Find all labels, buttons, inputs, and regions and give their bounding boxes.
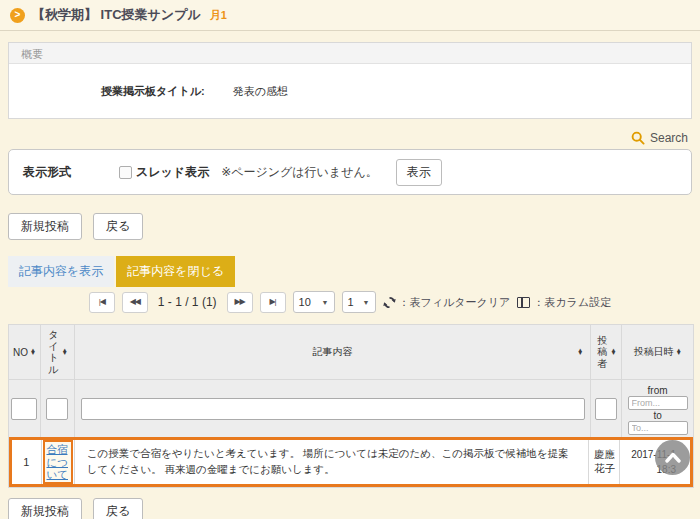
- articles-table: NO ▲▼ タイトル ▲▼ 記事内容 ▲▼ 投稿者 ▲▼ 投稿日時 ▲▼ fro…: [8, 324, 694, 488]
- sort-icon[interactable]: ▲▼: [62, 349, 68, 356]
- chevron-up-icon: [665, 452, 681, 463]
- new-post-button-bottom[interactable]: 新規投稿: [8, 498, 82, 519]
- prev-page-button[interactable]: ◀◀: [122, 292, 148, 313]
- board-title-value: 発表の感想: [233, 84, 288, 99]
- breadcrumb: > 【秋学期】 ITC授業サンプル 月1: [0, 0, 700, 31]
- page-number-select[interactable]: 1▼: [342, 291, 376, 313]
- column-settings-label: ：表カラム設定: [533, 295, 611, 310]
- search-link[interactable]: Search: [0, 130, 688, 146]
- thread-display-checkbox[interactable]: [119, 166, 132, 179]
- first-page-button[interactable]: |◀: [89, 292, 115, 313]
- sort-icon[interactable]: ▲▼: [30, 349, 36, 356]
- row-no: 1: [12, 440, 42, 484]
- overview-panel: 概要 授業掲示板タイトル: 発表の感想: [8, 42, 692, 119]
- sort-icon[interactable]: ▲▼: [577, 349, 583, 356]
- page-title: 【秋学期】 ITC授業サンプル: [32, 6, 201, 24]
- table-header-row: NO ▲▼ タイトル ▲▼ 記事内容 ▲▼ 投稿者 ▲▼ 投稿日時 ▲▼: [9, 325, 693, 379]
- page-size-select[interactable]: 10▼: [293, 291, 335, 313]
- col-header-no[interactable]: NO ▲▼: [9, 325, 41, 379]
- tab-hide-article-content[interactable]: 記事内容を閉じる: [116, 256, 235, 287]
- filter-clear-label: ：表フィルタークリア: [399, 295, 511, 310]
- scroll-to-top-button[interactable]: [655, 440, 690, 475]
- col-header-author[interactable]: 投稿者 ▲▼: [591, 325, 622, 379]
- display-format-box: 表示形式 スレッド表示 ※ページングは行いません。 表示: [8, 149, 692, 195]
- col-header-content[interactable]: 記事内容 ▲▼: [75, 325, 591, 379]
- sort-icon[interactable]: ▲▼: [676, 349, 682, 356]
- board-title-label: 授業掲示板タイトル:: [101, 84, 205, 99]
- filter-title-input[interactable]: [46, 398, 68, 420]
- filter-date-to-input[interactable]: [628, 421, 688, 435]
- table-filter-row: from to: [9, 379, 693, 437]
- refresh-icon: [383, 296, 396, 309]
- back-button-top[interactable]: 戻る: [93, 213, 143, 240]
- chevron-right-icon: >: [10, 8, 25, 23]
- paging-note: ※ページングは行いません。: [221, 164, 378, 181]
- back-button-bottom[interactable]: 戻る: [93, 498, 143, 519]
- tab-show-article-content[interactable]: 記事内容を表示: [8, 256, 114, 287]
- last-page-button[interactable]: ▶|: [260, 292, 286, 313]
- filter-date-from-input[interactable]: [628, 396, 688, 410]
- pagination-bar: |◀ ◀◀ 1 - 1 / 1 (1) ▶▶ ▶| 10▼ 1▼ ：表フィルター…: [0, 290, 700, 314]
- filter-no-input[interactable]: [11, 398, 37, 420]
- magnifier-icon: [631, 131, 645, 145]
- article-title-highlight-box: 合宿について: [43, 440, 74, 484]
- column-settings-control[interactable]: ：表カラム設定: [517, 295, 611, 310]
- overview-panel-title: 概要: [9, 43, 691, 64]
- article-title-link[interactable]: 合宿について: [47, 443, 70, 481]
- search-label: Search: [650, 131, 688, 145]
- filter-author-input[interactable]: [595, 398, 617, 420]
- article-author: 慶應花子: [594, 448, 616, 475]
- display-format-label: 表示形式: [23, 164, 119, 181]
- show-button[interactable]: 表示: [396, 159, 442, 186]
- page-range-text: 1 - 1 / 1 (1): [158, 295, 217, 309]
- columns-icon: [517, 297, 530, 308]
- article-content-text: この授業で合宿をやりたいと考えています。 場所については未定のため、この掲示板で…: [75, 440, 590, 484]
- next-page-button[interactable]: ▶▶: [227, 292, 253, 313]
- sort-icon[interactable]: ▲▼: [611, 349, 617, 356]
- filter-from-label: from: [648, 385, 668, 396]
- table-row: 1 合宿について この授業で合宿をやりたいと考えています。 場所については未定の…: [9, 437, 693, 487]
- new-post-button-top[interactable]: 新規投稿: [8, 213, 82, 240]
- filter-to-label: to: [653, 410, 661, 421]
- filter-content-input[interactable]: [81, 398, 585, 420]
- filter-clear-control[interactable]: ：表フィルタークリア: [383, 295, 511, 310]
- thread-display-label: スレッド表示: [136, 164, 209, 181]
- col-header-posted-at[interactable]: 投稿日時 ▲▼: [622, 325, 693, 379]
- col-header-title[interactable]: タイトル ▲▼: [41, 325, 75, 379]
- course-period-badge: 月1: [210, 8, 227, 23]
